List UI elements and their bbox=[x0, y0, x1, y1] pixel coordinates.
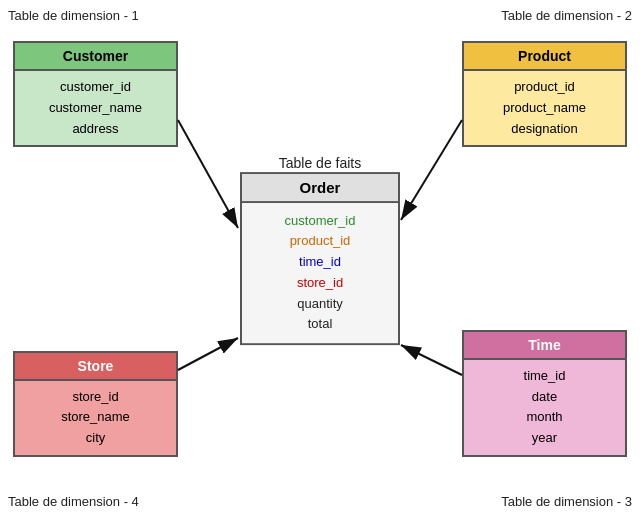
customer-field-3: address bbox=[29, 119, 162, 140]
time-header: Time bbox=[464, 332, 625, 360]
order-field-total: total bbox=[256, 315, 384, 336]
order-field-customer-id: customer_id bbox=[256, 211, 384, 232]
order-body: customer_id product_id time_id store_id … bbox=[242, 203, 398, 344]
time-field-2: date bbox=[478, 387, 611, 408]
time-table: Time time_id date month year bbox=[462, 330, 627, 457]
arrow-product-order bbox=[401, 120, 462, 220]
store-field-1: store_id bbox=[29, 387, 162, 408]
dim3-label: Table de dimension - 3 bbox=[501, 494, 632, 509]
order-field-time-id: time_id bbox=[256, 252, 384, 273]
product-header: Product bbox=[464, 43, 625, 71]
order-table: Order customer_id product_id time_id sto… bbox=[240, 172, 400, 346]
arrow-customer-order bbox=[178, 120, 238, 228]
time-body: time_id date month year bbox=[464, 360, 625, 455]
order-field-store-id: store_id bbox=[256, 273, 384, 294]
arrow-store-order bbox=[178, 338, 238, 370]
arrow-time-order bbox=[401, 345, 462, 375]
time-field-3: month bbox=[478, 407, 611, 428]
product-field-1: product_id bbox=[478, 77, 611, 98]
dim1-label: Table de dimension - 1 bbox=[8, 8, 139, 23]
dim2-label: Table de dimension - 2 bbox=[501, 8, 632, 23]
product-body: product_id product_name designation bbox=[464, 71, 625, 145]
customer-field-1: customer_id bbox=[29, 77, 162, 98]
store-table: Store store_id store_name city bbox=[13, 351, 178, 457]
product-table: Product product_id product_name designat… bbox=[462, 41, 627, 147]
order-header: Order bbox=[242, 174, 398, 203]
time-field-1: time_id bbox=[478, 366, 611, 387]
order-field-product-id: product_id bbox=[256, 231, 384, 252]
customer-header: Customer bbox=[15, 43, 176, 71]
order-field-quantity: quantity bbox=[256, 294, 384, 315]
product-field-2: product_name bbox=[478, 98, 611, 119]
product-field-3: designation bbox=[478, 119, 611, 140]
store-header: Store bbox=[15, 353, 176, 381]
customer-table: Customer customer_id customer_name addre… bbox=[13, 41, 178, 147]
fact-label: Table de faits bbox=[279, 155, 362, 171]
customer-body: customer_id customer_name address bbox=[15, 71, 176, 145]
store-body: store_id store_name city bbox=[15, 381, 176, 455]
customer-field-2: customer_name bbox=[29, 98, 162, 119]
diagram-container: Table de dimension - 1 Table de dimensio… bbox=[0, 0, 640, 517]
time-field-4: year bbox=[478, 428, 611, 449]
dim4-label: Table de dimension - 4 bbox=[8, 494, 139, 509]
store-field-2: store_name bbox=[29, 407, 162, 428]
store-field-3: city bbox=[29, 428, 162, 449]
